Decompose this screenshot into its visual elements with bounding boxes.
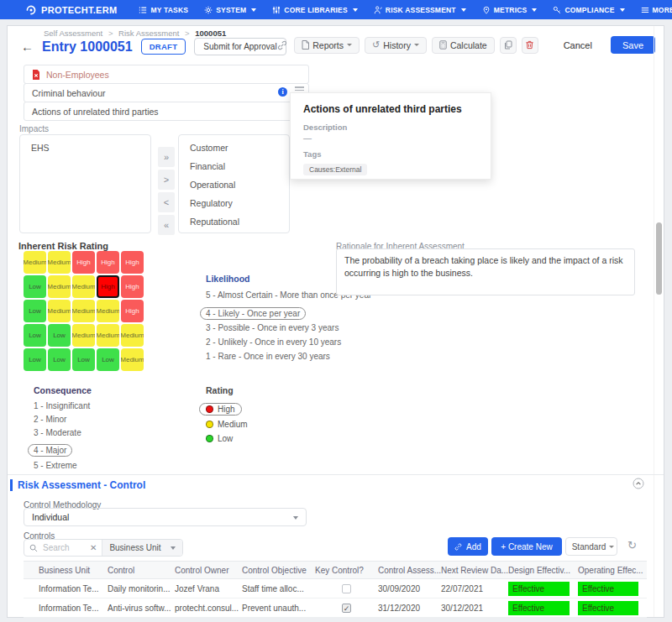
consequence-option[interactable]: 4 - Major — [28, 444, 72, 457]
likelihood-option[interactable]: 3 - Possible - Once in every 3 years — [206, 323, 386, 332]
save-button[interactable]: Save — [611, 36, 655, 54]
matrix-cell[interactable]: High — [97, 275, 119, 298]
nav-my-tasks[interactable]: MY TASKS — [139, 6, 188, 14]
matrix-cell[interactable]: Medium — [121, 348, 144, 371]
impact-available-item[interactable]: Operational — [179, 175, 289, 194]
matrix-cell[interactable]: Low — [72, 348, 95, 371]
rating-option[interactable]: Low — [206, 434, 315, 443]
transfer-button[interactable]: » — [158, 147, 175, 167]
info-icon[interactable]: i — [278, 87, 287, 97]
breadcrumb-link[interactable]: Self Assessment — [44, 29, 102, 38]
brand-logo[interactable]: PROTECHT.ERM — [25, 4, 117, 16]
link-icon[interactable] — [277, 40, 287, 50]
breadcrumb-link[interactable]: Risk Assessment — [118, 29, 179, 38]
matrix-cell[interactable]: Medium — [48, 275, 71, 298]
key-control-checkbox[interactable]: ✓ — [342, 604, 351, 613]
history-button[interactable]: ↺ History — [365, 37, 427, 54]
impact-available-item[interactable]: Regulatory — [179, 194, 289, 212]
matrix-cell[interactable]: Low — [24, 348, 46, 371]
column-header[interactable]: Design Effectiv... — [508, 566, 578, 575]
matrix-cell[interactable]: Medium — [24, 251, 46, 274]
matrix-cell[interactable]: Low — [48, 348, 71, 371]
rating-option[interactable]: High — [199, 403, 242, 416]
delete-button[interactable] — [522, 37, 538, 54]
collapse-section-icon[interactable] — [633, 478, 644, 489]
matrix-cell[interactable]: Low — [24, 275, 46, 298]
matrix-cell[interactable]: Medium — [48, 251, 71, 274]
matrix-cell[interactable]: Medium — [121, 324, 144, 347]
refresh-icon[interactable]: ↻ — [622, 538, 642, 552]
matrix-cell[interactable]: Medium — [97, 300, 119, 322]
column-header[interactable]: Key Control? — [315, 566, 378, 575]
nav-more[interactable]: MORE — [641, 6, 672, 14]
calculate-button[interactable]: Calculate — [432, 37, 495, 54]
cancel-button[interactable]: Cancel — [559, 39, 597, 51]
rationale-textarea[interactable]: The probability of a breach taking place… — [336, 248, 635, 295]
impacts-available-list[interactable]: CustomerFinancialOperationalRegulatoryRe… — [178, 134, 290, 233]
nav-system[interactable]: SYSTEM — [204, 6, 256, 14]
nav-risk-assessment[interactable]: RISK ASSESSMENT — [374, 6, 466, 14]
scrollbar-thumb[interactable] — [656, 222, 662, 295]
consequence-option[interactable]: 3 - Moderate — [34, 428, 168, 437]
impact-available-item[interactable]: Customer — [179, 139, 289, 157]
likelihood-option[interactable]: 2 - Unlikely - Once in every 10 years — [206, 337, 386, 347]
transfer-button[interactable]: > — [158, 170, 175, 190]
nav-metrics[interactable]: METRICS — [482, 6, 538, 14]
matrix-cell[interactable]: High — [97, 251, 119, 274]
consequence-option[interactable]: 1 - Insignificant — [34, 401, 168, 410]
column-header[interactable]: Operating Effec... — [578, 566, 647, 575]
search-input[interactable] — [41, 542, 85, 553]
likelihood-option[interactable]: 1 - Rare - Once in every 30 years — [206, 352, 386, 361]
impact-available-item[interactable]: Reputational — [179, 212, 289, 231]
business-unit-filter[interactable]: Business Unit — [102, 540, 182, 556]
rating-option[interactable]: Medium — [206, 420, 315, 429]
create-new-button[interactable]: + Create New — [491, 537, 562, 556]
matrix-cell[interactable]: Low — [24, 324, 46, 347]
matrix-cell[interactable]: High — [72, 251, 95, 274]
risk-category-field[interactable]: Non-Employees — [24, 65, 309, 84]
matrix-cell[interactable]: Medium — [72, 275, 95, 298]
reports-button[interactable]: Reports — [294, 37, 360, 54]
control-methodology-select[interactable]: Individual — [24, 508, 307, 526]
add-button[interactable]: Add — [448, 537, 488, 556]
matrix-cell[interactable]: High — [121, 300, 144, 322]
clear-search-icon[interactable]: ✕ — [85, 543, 102, 552]
column-header[interactable]: Control Assess... — [378, 566, 441, 575]
transfer-button[interactable]: « — [158, 215, 175, 235]
consequence-option[interactable]: 2 - Minor — [34, 415, 168, 424]
matrix-cell[interactable]: Medium — [97, 324, 119, 347]
consequence-option[interactable]: 5 - Extreme — [34, 461, 168, 470]
column-header[interactable]: Control Objective — [242, 566, 315, 575]
nav-core-libraries[interactable]: CORE LIBRARIES — [272, 6, 358, 14]
impact-selected-item[interactable]: EHS — [20, 139, 150, 157]
scrollbar-track[interactable] — [654, 26, 664, 617]
risk-cause-field[interactable]: Actions of unrelated third parties — [24, 102, 309, 121]
matrix-cell[interactable]: High — [121, 275, 144, 298]
back-button[interactable]: ← — [21, 40, 34, 53]
likelihood-option[interactable]: 4 - Likely - Once per year — [200, 307, 306, 320]
column-header[interactable]: Business Unit — [24, 566, 108, 575]
column-header[interactable]: Control Owner — [175, 566, 242, 575]
copy-button[interactable] — [500, 37, 517, 54]
key-control-checkbox[interactable] — [342, 584, 351, 593]
view-standard-button[interactable]: Standard — [565, 537, 617, 556]
impacts-selected-list[interactable]: EHS — [19, 134, 151, 233]
matrix-cell[interactable]: High — [121, 251, 144, 274]
matrix-cell[interactable]: Low — [48, 324, 71, 347]
table-row[interactable]: Information Te...Daily monitorin...Jozef… — [24, 579, 647, 598]
impact-available-item[interactable]: Financial — [179, 157, 289, 175]
matrix-cell[interactable]: Medium — [48, 300, 71, 322]
matrix-cell[interactable]: Medium — [72, 324, 95, 347]
column-header[interactable]: Next Review Da... — [441, 566, 508, 575]
matrix-cell[interactable]: Low — [97, 348, 119, 371]
column-header[interactable]: Control — [108, 566, 175, 575]
submit-for-approval-button[interactable]: Submit for Approval — [194, 38, 286, 55]
matrix-cell[interactable]: Low — [24, 300, 46, 322]
table-row[interactable]: Information Te...Anti-virus softw...prot… — [24, 598, 647, 618]
risk-field[interactable]: Criminal behaviour — [24, 83, 309, 102]
nav-label: MY TASKS — [150, 6, 188, 14]
transfer-button[interactable]: < — [158, 192, 175, 212]
nav-compliance[interactable]: COMPLIANCE — [553, 6, 624, 14]
matrix-cell[interactable]: Medium — [72, 300, 95, 322]
table-cell: Effective — [578, 582, 647, 596]
